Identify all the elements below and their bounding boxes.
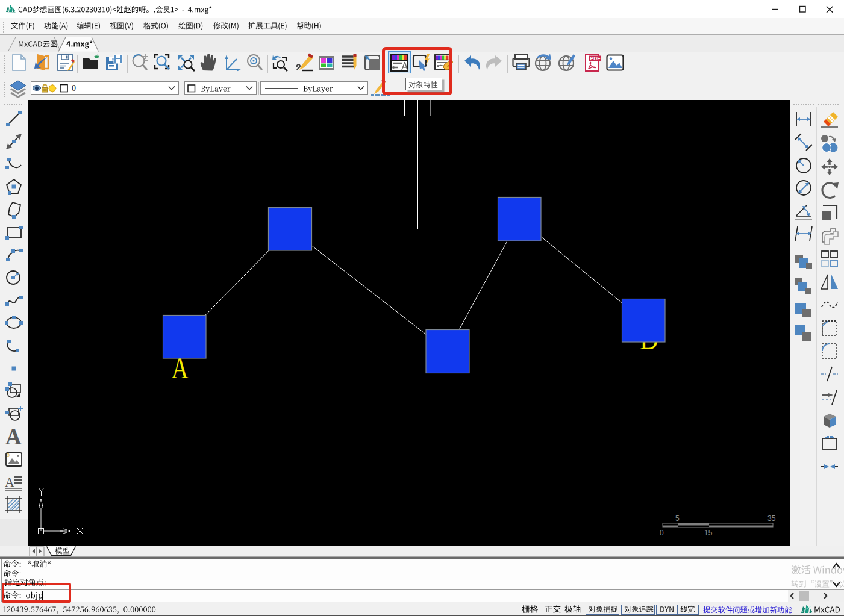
svg-text:15: 15 — [704, 529, 713, 537]
svg-text:PDF: PDF — [590, 55, 601, 61]
svg-text:A: A — [5, 427, 22, 446]
svg-text:0: 0 — [660, 529, 664, 537]
svg-text:0: 0 — [7, 452, 10, 458]
svg-text:5: 5 — [675, 514, 680, 523]
svg-text:35: 35 — [767, 514, 776, 523]
svg-text:A: A — [5, 474, 14, 490]
